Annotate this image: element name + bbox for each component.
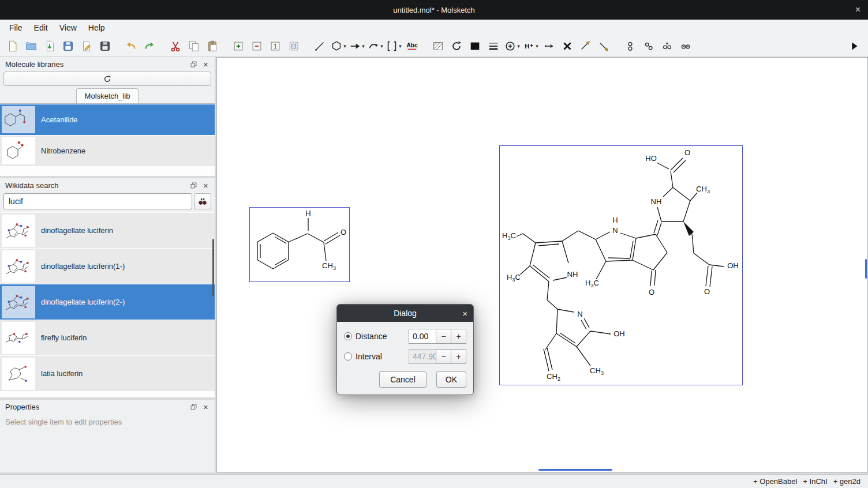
insert-text-button[interactable]: Abc: [403, 37, 421, 55]
interval-decrement-button[interactable]: −: [436, 349, 451, 364]
luciferin-structure[interactable]: HOOCH3NHH3CHNH3CNHH3COOHONOHCH3CH2: [500, 146, 742, 385]
redo-button[interactable]: [140, 37, 159, 55]
wikidata-item-selected[interactable]: dinoflagellate luciferin(2-): [0, 284, 215, 320]
wikidata-search-button[interactable]: [194, 193, 211, 209]
interval-radio[interactable]: [344, 352, 352, 361]
paste-button[interactable]: [203, 37, 222, 55]
add-hydrogen-button[interactable]: H▾: [521, 37, 540, 55]
molecule-tool-2-button[interactable]: [639, 37, 658, 55]
toolbar-group: [166, 37, 222, 55]
dropdown-arrow-icon[interactable]: ▾: [536, 43, 538, 49]
menu-help[interactable]: Help: [83, 21, 111, 34]
copy-button[interactable]: [185, 37, 203, 55]
dropdown-arrow-icon[interactable]: ▾: [343, 43, 346, 49]
open-file-icon: [25, 40, 38, 52]
save-file-button[interactable]: [59, 37, 77, 55]
acetanilide-structure[interactable]: HOCH3: [250, 208, 349, 281]
molecule-thumbnail: [2, 137, 35, 164]
selection-box-acetanilide[interactable]: HOCH3: [249, 207, 350, 282]
draw-curved-arrow-icon: [367, 40, 380, 52]
remove-hydrogen-button[interactable]: [540, 37, 558, 55]
color-picker-button[interactable]: [466, 37, 484, 55]
tab-molsketch-lib[interactable]: Molsketch_lib: [76, 88, 139, 103]
dropdown-arrow-icon[interactable]: ▾: [362, 43, 365, 49]
molecule-tool-1-button[interactable]: [621, 37, 639, 55]
wikidata-item[interactable]: latia luciferin: [0, 356, 215, 391]
charge-button[interactable]: ▾: [503, 37, 521, 55]
draw-bond-button[interactable]: [310, 37, 329, 55]
zoom-in-button[interactable]: [229, 37, 248, 55]
dropdown-arrow-icon[interactable]: ▾: [399, 43, 402, 49]
mechanism-arrow-2-button[interactable]: [595, 37, 613, 55]
status-openbabel: + OpenBabel: [750, 477, 800, 486]
atom-label: O: [684, 148, 690, 157]
wikidata-item[interactable]: dinoflagellate luciferin: [0, 213, 215, 248]
library-item-acetanilide[interactable]: Acetanilide: [0, 104, 215, 135]
new-document-button[interactable]: [3, 37, 22, 55]
wikidata-item[interactable]: firefly luciferin: [0, 320, 215, 355]
close-panel-icon[interactable]: ×: [201, 403, 211, 411]
list-scrollbar[interactable]: [212, 239, 214, 296]
svg-text:H: H: [525, 43, 530, 50]
atom-label: OH: [613, 329, 625, 338]
interval-input[interactable]: 447.90: [409, 349, 436, 364]
cancel-button[interactable]: Cancel: [379, 371, 426, 388]
dialog-titlebar[interactable]: Dialog ×: [337, 305, 473, 322]
ok-button[interactable]: OK: [436, 371, 466, 388]
edit-source-button[interactable]: [77, 37, 96, 55]
float-panel-icon[interactable]: [189, 403, 199, 411]
canvas-vscrollbar[interactable]: [865, 259, 867, 279]
atom-label: NH: [651, 197, 662, 206]
draw-ring-button[interactable]: ▾: [329, 37, 347, 55]
toolbar-overflow-button[interactable]: [845, 37, 863, 55]
mechanism-arrow-1-button[interactable]: [577, 37, 595, 55]
search-row: [0, 191, 215, 212]
window-titlebar[interactable]: untitled.mol* - Molsketch ×: [0, 0, 868, 20]
delete-button[interactable]: [558, 37, 577, 55]
dropdown-arrow-icon[interactable]: ▾: [380, 43, 383, 49]
hatch-pattern-button[interactable]: [429, 37, 447, 55]
wikidata-search-input[interactable]: [3, 193, 192, 209]
dialog-close-icon[interactable]: ×: [462, 305, 467, 322]
selection-box-luciferin[interactable]: HOOCH3NHH3CHNH3CNHH3COOHONOHCH3CH2: [499, 145, 743, 385]
panel-header: Properties ×: [0, 400, 215, 412]
menu-file[interactable]: File: [3, 21, 28, 34]
molecule-tool-4-icon: [679, 40, 692, 52]
molecule-tool-3-button[interactable]: [658, 37, 676, 55]
menu-edit[interactable]: Edit: [28, 21, 54, 34]
undo-button[interactable]: [122, 37, 140, 55]
molecule-tool-4-button[interactable]: [676, 37, 695, 55]
rotate-button[interactable]: [447, 37, 466, 55]
save-as-button[interactable]: [96, 37, 114, 55]
wikidata-item[interactable]: dinoflagellate luciferin(1-): [0, 249, 215, 284]
draw-arrow-button[interactable]: ▾: [347, 37, 366, 55]
distance-radio[interactable]: [344, 332, 352, 340]
menu-view[interactable]: View: [54, 21, 83, 34]
float-panel-icon[interactable]: [189, 60, 199, 69]
zoom-out-button[interactable]: [248, 37, 266, 55]
float-panel-icon[interactable]: [189, 181, 199, 190]
close-panel-icon[interactable]: ×: [201, 181, 211, 190]
zoom-original-button[interactable]: 1: [266, 37, 285, 55]
interval-increment-button[interactable]: +: [451, 349, 466, 364]
distance-input[interactable]: 0.00: [409, 329, 436, 344]
open-file-button[interactable]: [22, 37, 40, 55]
wikidata-item-label: firefly luciferin: [41, 333, 87, 342]
window-close-icon[interactable]: ×: [855, 0, 860, 20]
close-panel-icon[interactable]: ×: [201, 60, 211, 69]
binoculars-icon: [197, 196, 208, 207]
distance-decrement-button[interactable]: −: [436, 329, 451, 344]
import-file-button[interactable]: [40, 37, 59, 55]
draw-bracket-button[interactable]: ▾: [384, 37, 403, 55]
line-width-button[interactable]: [484, 37, 503, 55]
cut-button[interactable]: [166, 37, 185, 55]
zoom-fit-button[interactable]: [285, 37, 303, 55]
refresh-library-button[interactable]: [3, 72, 211, 86]
dropdown-arrow-icon[interactable]: ▾: [517, 43, 520, 49]
canvas-hscrollbar[interactable]: [538, 469, 612, 471]
distance-increment-button[interactable]: +: [451, 329, 466, 344]
library-item-nitrobenzene[interactable]: Nitrobenzene: [0, 136, 215, 166]
panel-header: Wikidata search ×: [0, 178, 215, 191]
drawing-canvas[interactable]: HOCH3 HOOCH3NHH3CHNH3CNHH3COOHONOHCH3CH2…: [216, 57, 868, 472]
draw-curved-arrow-button[interactable]: ▾: [366, 37, 384, 55]
